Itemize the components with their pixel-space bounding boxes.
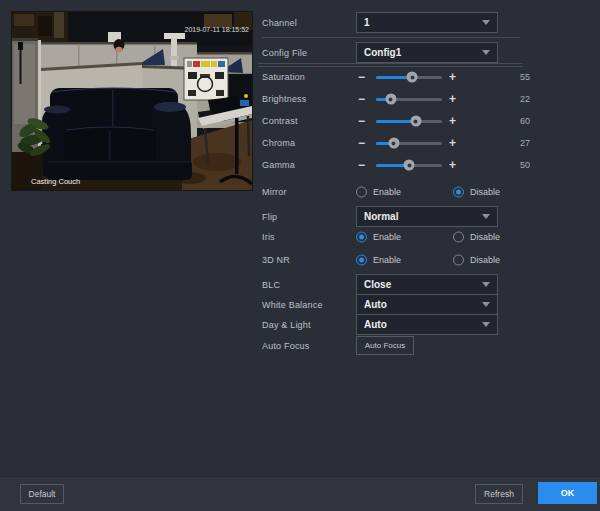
divider xyxy=(258,66,523,67)
channel-label: Channel xyxy=(262,18,297,28)
saturation-slider-handle[interactable] xyxy=(407,72,418,83)
nr3d-enable-radio[interactable] xyxy=(356,255,367,266)
divider xyxy=(262,37,520,38)
saturation-slider: − + 55 xyxy=(356,69,556,85)
mirror-label: Mirror xyxy=(262,187,287,197)
blc-value: Close xyxy=(364,279,482,290)
config-file-value: Config1 xyxy=(364,47,482,58)
saturation-increase-button[interactable]: + xyxy=(449,71,456,83)
contrast-slider: − + 60 xyxy=(356,113,556,129)
chevron-down-icon xyxy=(482,282,490,287)
flip-label: Flip xyxy=(262,212,277,222)
flip-dropdown[interactable]: Normal xyxy=(356,206,498,227)
couch xyxy=(42,88,192,180)
iris-disable-radio[interactable] xyxy=(453,232,464,243)
chroma-slider: − + 27 xyxy=(356,135,556,151)
nr3d-enable-label: Enable xyxy=(373,255,401,265)
day-light-dropdown[interactable]: Auto xyxy=(356,314,498,335)
mirror-enable-label: Enable xyxy=(373,187,401,197)
gamma-slider-track[interactable] xyxy=(376,164,442,167)
test-chart xyxy=(184,58,228,100)
gamma-decrease-button[interactable]: − xyxy=(358,159,365,171)
mirror-disable-radio[interactable] xyxy=(453,187,464,198)
saturation-decrease-button[interactable]: − xyxy=(358,71,365,83)
chroma-slider-track[interactable] xyxy=(376,142,442,145)
nr3d-label: 3D NR xyxy=(262,255,290,265)
brightness-label: Brightness xyxy=(262,94,307,104)
nr3d-options: Enable Disable xyxy=(356,254,556,266)
brightness-slider-track[interactable] xyxy=(376,98,442,101)
brightness-value: 22 xyxy=(520,94,530,104)
day-light-label: Day & Light xyxy=(262,320,311,330)
day-light-value: Auto xyxy=(364,319,482,330)
chevron-down-icon xyxy=(482,302,490,307)
shelf-left xyxy=(12,12,68,42)
chevron-down-icon xyxy=(482,322,490,327)
config-file-label: Config File xyxy=(262,48,307,58)
refresh-button[interactable]: Refresh xyxy=(475,484,523,504)
iris-enable-label: Enable xyxy=(373,232,401,242)
brightness-slider-handle[interactable] xyxy=(385,94,396,105)
iris-enable-radio[interactable] xyxy=(356,232,367,243)
contrast-increase-button[interactable]: + xyxy=(449,115,456,127)
chroma-slider-handle[interactable] xyxy=(388,138,399,149)
chroma-increase-button[interactable]: + xyxy=(449,137,456,149)
blc-label: BLC xyxy=(262,280,280,290)
config-file-dropdown[interactable]: Config1 xyxy=(356,42,498,63)
nr3d-disable-label: Disable xyxy=(470,255,500,265)
footer-bar: Default Refresh OK xyxy=(0,476,600,511)
brightness-increase-button[interactable]: + xyxy=(449,93,456,105)
mirror-options: Enable Disable xyxy=(356,186,556,198)
office-scene: 2019-07-11 18:15:52 Casting Couch xyxy=(12,12,252,190)
iris-options: Enable Disable xyxy=(356,231,556,243)
camera-image-settings-window: 2019-07-11 18:15:52 Casting Couch Channe… xyxy=(0,0,600,511)
nr3d-disable-radio[interactable] xyxy=(453,255,464,266)
saturation-value: 55 xyxy=(520,72,530,82)
divider xyxy=(258,63,523,64)
gamma-slider-handle[interactable] xyxy=(404,160,415,171)
gamma-value: 50 xyxy=(520,160,530,170)
timestamp-overlay: 2019-07-11 18:15:52 xyxy=(185,26,250,33)
video-preview: 2019-07-11 18:15:52 Casting Couch xyxy=(12,12,252,190)
white-balance-label: White Balance xyxy=(262,300,323,310)
default-button[interactable]: Default xyxy=(20,484,64,504)
auto-focus-button[interactable]: Auto Focus xyxy=(356,336,414,355)
mirror-disable-label: Disable xyxy=(470,187,500,197)
chevron-down-icon xyxy=(482,50,490,55)
blc-dropdown[interactable]: Close xyxy=(356,274,498,295)
iris-disable-label: Disable xyxy=(470,232,500,242)
white-balance-dropdown[interactable]: Auto xyxy=(356,294,498,315)
contrast-decrease-button[interactable]: − xyxy=(358,115,365,127)
auto-focus-label: Auto Focus xyxy=(262,341,310,351)
chevron-down-icon xyxy=(482,20,490,25)
camera-name-overlay: Casting Couch xyxy=(31,177,80,186)
channel-dropdown[interactable]: 1 xyxy=(356,12,498,33)
channel-value: 1 xyxy=(364,17,482,28)
flip-value: Normal xyxy=(364,211,482,222)
white-balance-value: Auto xyxy=(364,299,482,310)
chroma-value: 27 xyxy=(520,138,530,148)
ok-button[interactable]: OK xyxy=(538,482,597,504)
contrast-slider-handle[interactable] xyxy=(410,116,421,127)
gamma-label: Gamma xyxy=(262,160,295,170)
contrast-value: 60 xyxy=(520,116,530,126)
contrast-label: Contrast xyxy=(262,116,298,126)
chroma-label: Chroma xyxy=(262,138,295,148)
iris-label: Iris xyxy=(262,232,275,242)
brightness-slider: − + 22 xyxy=(356,91,556,107)
mirror-enable-radio[interactable] xyxy=(356,187,367,198)
chevron-down-icon xyxy=(482,214,490,219)
gamma-increase-button[interactable]: + xyxy=(449,159,456,171)
contrast-slider-track[interactable] xyxy=(376,120,442,123)
gamma-slider: − + 50 xyxy=(356,157,556,173)
saturation-slider-track[interactable] xyxy=(376,76,442,79)
saturation-label: Saturation xyxy=(262,72,305,82)
chroma-decrease-button[interactable]: − xyxy=(358,137,365,149)
brightness-decrease-button[interactable]: − xyxy=(358,93,365,105)
